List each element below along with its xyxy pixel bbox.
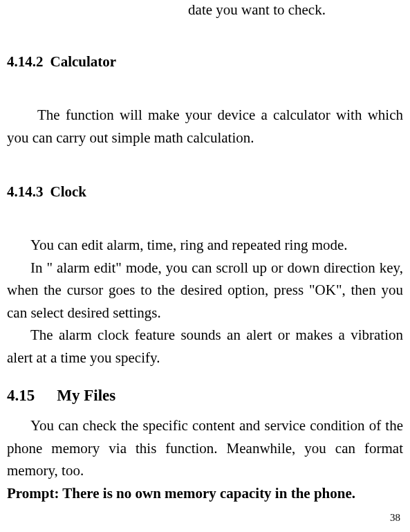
paragraph-myfiles: You can check the specific content and s…	[7, 414, 403, 482]
heading-title: Clock	[50, 183, 87, 200]
heading-number: 4.14.3	[7, 183, 44, 200]
heading-4-15: 4.15My Files	[7, 387, 403, 405]
heading-number: 4.15	[7, 387, 35, 404]
paragraph-clock-1: You can edit alarm, time, ring and repea…	[7, 234, 403, 257]
heading-title: Calculator	[50, 53, 117, 70]
heading-number: 4.14.2	[7, 53, 44, 70]
heading-4-14-2: 4.14.2Calculator	[7, 53, 403, 71]
intro-fragment-text: date you want to check.	[111, 1, 403, 19]
page-number: 38	[390, 512, 400, 524]
paragraph-calculator: The function will make your device a cal…	[7, 104, 403, 149]
prompt-text: Prompt: There is no own memory capacity …	[7, 482, 403, 505]
heading-4-14-3: 4.14.3Clock	[7, 183, 403, 201]
paragraph-clock-2: In " alarm edit" mode, you can scroll up…	[7, 257, 403, 324]
heading-title: My Files	[57, 387, 115, 404]
paragraph-clock-3: The alarm clock feature sounds an alert …	[7, 324, 403, 369]
